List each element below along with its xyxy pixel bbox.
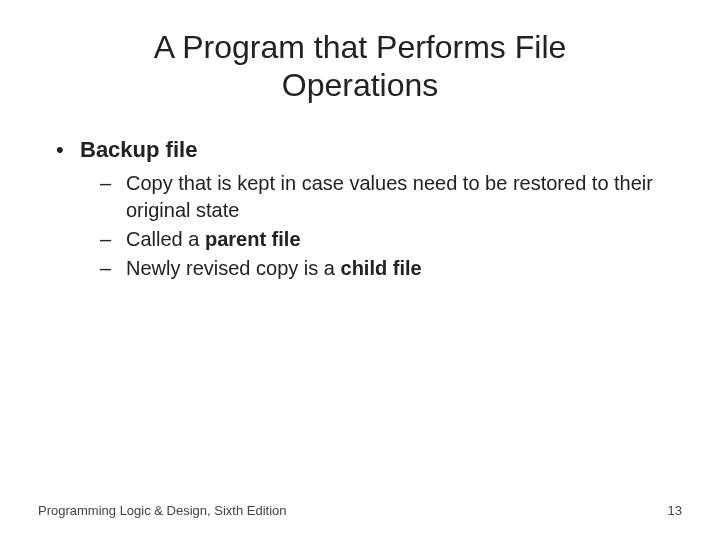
footer-source: Programming Logic & Design, Sixth Editio…: [38, 503, 287, 518]
sub-bullet-text: Copy that is kept in case values need to…: [126, 172, 653, 221]
sub-bullet-prefix: Newly revised copy is a: [126, 257, 341, 279]
slide: A Program that Performs File Operations …: [0, 0, 720, 540]
slide-footer: Programming Logic & Design, Sixth Editio…: [38, 503, 682, 518]
sub-bullet-list: Copy that is kept in case values need to…: [38, 170, 682, 282]
slide-title: A Program that Performs File Operations: [38, 28, 682, 105]
sub-bullet-copy-kept: Copy that is kept in case values need to…: [100, 170, 682, 224]
bullet-backup-file: Backup file: [56, 135, 682, 165]
term-child-file: child file: [341, 257, 422, 279]
page-number: 13: [668, 503, 682, 518]
sub-bullet-parent-file: Called a parent file: [100, 226, 682, 253]
sub-bullet-child-file: Newly revised copy is a child file: [100, 255, 682, 282]
term-parent-file: parent file: [205, 228, 301, 250]
bullet-text: Backup file: [80, 137, 197, 162]
sub-bullet-prefix: Called a: [126, 228, 205, 250]
